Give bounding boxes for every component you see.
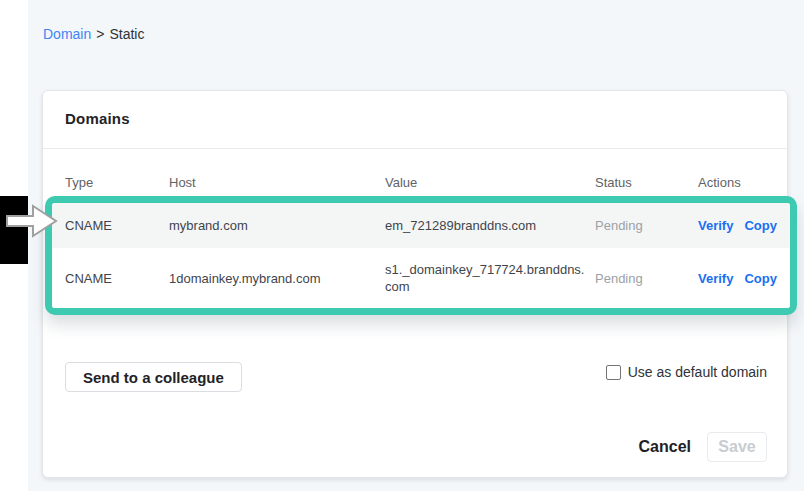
cell-value: s1._domainkey_717724.branddns.com: [385, 248, 585, 308]
breadcrumb-separator: >: [96, 26, 104, 42]
cancel-button[interactable]: Cancel: [639, 438, 691, 456]
status-pending: Pending: [595, 203, 643, 248]
column-header-status: Status: [595, 175, 632, 190]
column-header-value: Value: [385, 175, 417, 190]
card-title: Domains: [65, 110, 130, 127]
highlight-box: CNAME mybrand.com em_721289branddns.com …: [45, 196, 797, 315]
page: Domain>Static Domains Type Host Value St…: [0, 0, 804, 491]
column-header-type: Type: [65, 175, 93, 190]
column-header-host: Host: [169, 175, 196, 190]
footer-actions: Cancel Save: [639, 432, 767, 462]
arrow-icon: [6, 201, 58, 241]
cell-actions: Verify Copy: [698, 248, 777, 308]
cell-type: CNAME: [65, 248, 112, 308]
default-domain-label: Use as default domain: [628, 364, 767, 380]
cell-type: CNAME: [65, 203, 112, 248]
copy-link[interactable]: Copy: [744, 271, 777, 286]
breadcrumb-current: Static: [109, 26, 144, 42]
table-row: CNAME mybrand.com em_721289branddns.com …: [52, 203, 790, 248]
cell-actions: Verify Copy: [698, 203, 777, 248]
cell-host: mybrand.com: [169, 203, 248, 248]
breadcrumb: Domain>Static: [43, 26, 144, 42]
cell-value: em_721289branddns.com: [385, 203, 585, 248]
send-to-colleague-button[interactable]: Send to a colleague: [65, 362, 242, 392]
cell-host: 1domainkey.mybrand.com: [169, 248, 321, 308]
verify-link[interactable]: Verify: [698, 218, 733, 233]
card-divider: [43, 148, 787, 149]
status-pending: Pending: [595, 248, 643, 308]
default-domain-checkbox-row[interactable]: Use as default domain: [606, 364, 767, 380]
breadcrumb-link-domain[interactable]: Domain: [43, 26, 91, 42]
table-row: CNAME 1domainkey.mybrand.com s1._domaink…: [52, 248, 790, 308]
domains-card: Domains Type Host Value Status Actions C…: [42, 90, 788, 478]
verify-link[interactable]: Verify: [698, 271, 733, 286]
column-header-actions: Actions: [698, 175, 741, 190]
default-domain-checkbox[interactable]: [606, 365, 621, 380]
copy-link[interactable]: Copy: [744, 218, 777, 233]
save-button[interactable]: Save: [707, 432, 767, 462]
